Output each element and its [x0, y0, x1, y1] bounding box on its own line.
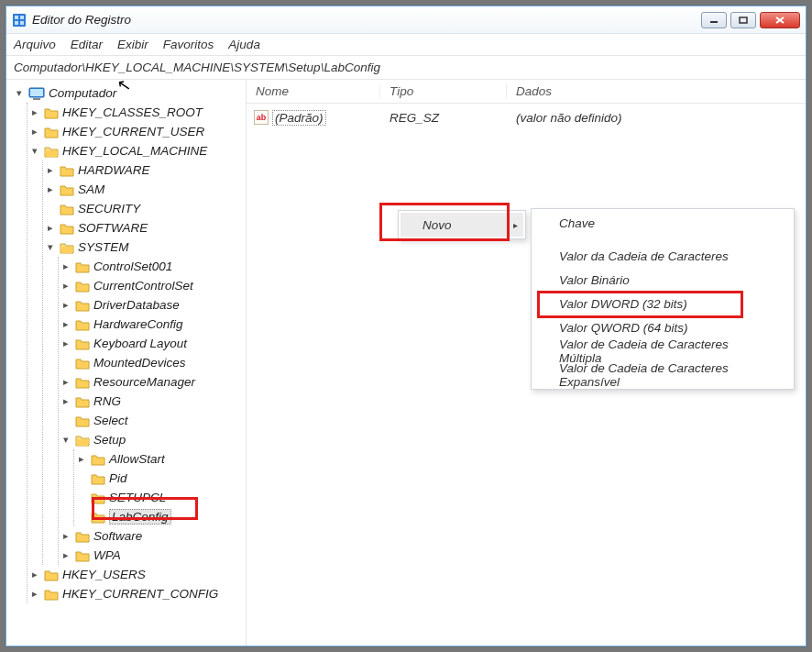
- tree-node-hkcc[interactable]: ▸HKEY_CURRENT_CONFIG: [29, 584, 242, 603]
- string-value-icon: ab: [254, 110, 269, 125]
- ctx-item-novo[interactable]: Novo ▸: [401, 213, 523, 237]
- chevron-down-icon[interactable]: ▾: [45, 241, 56, 253]
- tree-node-software2[interactable]: ▸Software: [60, 526, 242, 546]
- folder-icon: [75, 530, 90, 543]
- chevron-right-icon[interactable]: ▸: [29, 588, 40, 600]
- address-bar[interactable]: Computador\HKEY_LOCAL_MACHINE\SYSTEM\Set…: [6, 56, 806, 80]
- chevron-right-icon: ▸: [513, 220, 518, 230]
- chevron-right-icon[interactable]: ▸: [45, 222, 56, 234]
- ctx-item-multi[interactable]: Valor de Cadeia de Caracteres Múltipla: [533, 339, 792, 363]
- chevron-right-icon[interactable]: ▸: [45, 183, 56, 195]
- tree-node-computador[interactable]: ▾ Computador: [14, 83, 242, 103]
- tree-node-hkcu[interactable]: ▸ HKEY_CURRENT_USER: [29, 122, 242, 141]
- col-header-data[interactable]: Dados: [507, 84, 806, 98]
- tree-node-pid[interactable]: ▸Pid: [76, 469, 242, 488]
- svg-rect-11: [33, 98, 40, 100]
- folder-icon: [75, 337, 90, 350]
- tree-node-hardware[interactable]: ▸HARDWARE: [45, 160, 242, 180]
- list-row-default[interactable]: ab (Padrão) REG_SZ (valor não definido): [247, 107, 806, 127]
- value-type: REG_SZ: [380, 111, 507, 125]
- menu-arquivo[interactable]: Arquivo: [14, 38, 56, 51]
- ctx-item-chave[interactable]: Chave: [533, 211, 792, 235]
- folder-icon: [60, 164, 74, 177]
- ctx-item-binary[interactable]: Valor Binário: [533, 268, 792, 292]
- tree-node-resourcemanager[interactable]: ▸ResourceManager: [60, 372, 242, 392]
- svg-rect-3: [15, 21, 18, 25]
- tree-node-mounteddevices[interactable]: ▸MountedDevices: [60, 353, 242, 372]
- tree-node-setupcl[interactable]: ▸SETUPCL: [76, 488, 242, 507]
- tree-node-allowstart[interactable]: ▸AllowStart: [76, 449, 242, 469]
- folder-icon: [60, 183, 74, 196]
- tree-node-sam[interactable]: ▸SAM: [45, 180, 242, 199]
- tree-pane[interactable]: ▾ Computador ▸ HKEY_CLASSES_ROOT: [6, 80, 247, 646]
- folder-icon: [75, 414, 90, 427]
- svg-rect-10: [30, 89, 43, 96]
- main-area: ▾ Computador ▸ HKEY_CLASSES_ROOT: [6, 80, 806, 646]
- chevron-right-icon[interactable]: ▸: [60, 530, 71, 542]
- tree-node-software[interactable]: ▸SOFTWARE: [45, 218, 242, 238]
- tree-node-wpa[interactable]: ▸WPA: [60, 546, 242, 565]
- folder-icon: [75, 395, 90, 408]
- folder-icon: [91, 492, 105, 504]
- folder-icon: [44, 126, 59, 138]
- tree-node-hkcr[interactable]: ▸ HKEY_CLASSES_ROOT: [29, 103, 242, 122]
- col-header-type[interactable]: Tipo: [380, 84, 507, 98]
- ctx-item-qword[interactable]: Valor QWORD (64 bits): [533, 315, 792, 339]
- tree-node-keyboardlayout[interactable]: ▸Keyboard Layout: [60, 334, 242, 353]
- tree-node-hklm[interactable]: ▾ HKEY_LOCAL_MACHINE: [29, 141, 242, 160]
- ctx-item-dword[interactable]: Valor DWORD (32 bits): [533, 292, 792, 315]
- chevron-right-icon[interactable]: ▸: [60, 299, 71, 311]
- chevron-down-icon[interactable]: ▾: [60, 434, 71, 446]
- menu-ajuda[interactable]: Ajuda: [228, 38, 260, 51]
- chevron-down-icon[interactable]: ▾: [14, 87, 25, 99]
- ctx-item-expand[interactable]: Valor de Cadeia de Caracteres Expansível: [533, 363, 792, 387]
- tree-node-driverdatabase[interactable]: ▸DriverDatabase: [60, 295, 242, 315]
- chevron-down-icon[interactable]: ▾: [29, 145, 40, 157]
- chevron-right-icon[interactable]: ▸: [60, 337, 71, 349]
- chevron-right-icon[interactable]: ▸: [60, 395, 71, 407]
- tree-node-controlset001[interactable]: ▸ControlSet001: [60, 257, 242, 276]
- ctx-label: Novo: [422, 218, 452, 232]
- chevron-right-icon[interactable]: ▸: [29, 126, 40, 138]
- close-button[interactable]: [760, 12, 800, 28]
- chevron-right-icon[interactable]: ▸: [60, 376, 71, 388]
- chevron-right-icon[interactable]: ▸: [76, 453, 87, 465]
- svg-rect-6: [740, 17, 747, 23]
- chevron-right-icon[interactable]: ▸: [29, 569, 40, 580]
- chevron-right-icon[interactable]: ▸: [29, 106, 40, 118]
- col-header-name[interactable]: Nome: [247, 84, 380, 98]
- folder-icon: [75, 280, 90, 293]
- tree-node-select[interactable]: ▸Select: [60, 411, 242, 430]
- folder-icon: [75, 376, 90, 389]
- minimize-button[interactable]: [701, 12, 727, 28]
- chevron-right-icon[interactable]: ▸: [60, 280, 71, 292]
- tree-node-rng[interactable]: ▸RNG: [60, 392, 242, 411]
- chevron-right-icon[interactable]: ▸: [60, 318, 71, 330]
- context-submenu-novo: Chave Valor da Cadeia de Caracteres Valo…: [531, 208, 795, 390]
- folder-icon: [75, 260, 90, 273]
- tree-node-hku[interactable]: ▸HKEY_USERS: [29, 565, 242, 584]
- folder-icon: [44, 588, 59, 601]
- menu-favoritos[interactable]: Favoritos: [163, 38, 214, 51]
- maximize-button[interactable]: [730, 12, 756, 28]
- svg-rect-2: [20, 16, 24, 19]
- chevron-right-icon[interactable]: ▸: [60, 260, 71, 272]
- chevron-right-icon[interactable]: ▸: [45, 164, 56, 176]
- folder-open-icon: [60, 241, 74, 254]
- tree-node-hardwareconfig[interactable]: ▸HardwareConfig: [60, 315, 242, 334]
- tree-node-currentcontrolset[interactable]: ▸CurrentControlSet: [60, 276, 242, 295]
- tree-node-security[interactable]: ▸SECURITY: [45, 199, 242, 218]
- folder-icon: [75, 318, 90, 331]
- menu-exibir[interactable]: Exibir: [117, 38, 148, 51]
- value-data: (valor não definido): [507, 111, 806, 125]
- ctx-item-string[interactable]: Valor da Cadeia de Caracteres: [533, 244, 792, 268]
- tree-node-system[interactable]: ▾SYSTEM: [45, 238, 242, 257]
- address-text: Computador\HKEY_LOCAL_MACHINE\SYSTEM\Set…: [14, 61, 380, 74]
- tree-node-labconfig[interactable]: ▸LabConfig: [76, 507, 242, 526]
- svg-rect-4: [20, 21, 24, 25]
- menu-editar[interactable]: Editar: [71, 38, 103, 51]
- tree-node-setup[interactable]: ▾Setup: [60, 430, 242, 449]
- registry-editor-window: Editor do Registro Arquivo Editar Exibir…: [5, 6, 807, 646]
- chevron-right-icon[interactable]: ▸: [60, 549, 71, 561]
- values-pane[interactable]: Nome Tipo Dados ab (Padrão) REG_SZ (valo…: [247, 80, 806, 646]
